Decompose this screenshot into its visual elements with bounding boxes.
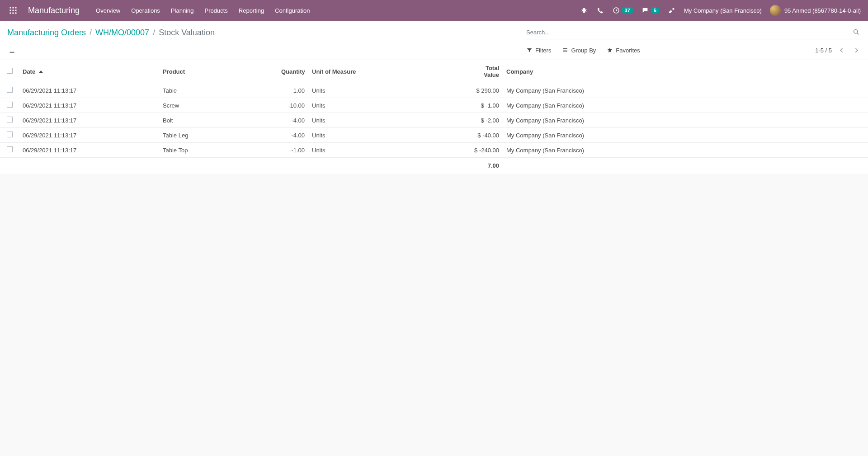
pager-text[interactable]: 1-5 / 5 (815, 47, 832, 54)
bug-icon[interactable] (580, 6, 588, 14)
row-checkbox[interactable] (7, 132, 13, 137)
row-checkbox[interactable] (7, 146, 13, 152)
cell-product: Screw (159, 98, 278, 113)
nav-item-reporting[interactable]: Reporting (239, 7, 264, 14)
nav-item-overview[interactable]: Overview (96, 7, 120, 14)
table-row[interactable]: 06/29/2021 11:13:17Bolt-4.00Units$ -2.00… (0, 113, 868, 128)
select-all-checkbox[interactable] (7, 68, 13, 74)
control-panel: Manufacturing Orders / WH/MO/00007 / Sto… (0, 21, 868, 60)
avatar (770, 5, 781, 16)
cell-date: 06/29/2021 11:13:17 (19, 143, 159, 158)
cell-uom: Units (308, 143, 467, 158)
col-header-quantity[interactable]: Quantity (278, 60, 308, 83)
filters-label: Filters (535, 47, 551, 54)
svg-rect-2 (15, 7, 17, 9)
cell-quantity: -4.00 (278, 128, 308, 143)
cell-total: $ 290.00 (467, 83, 503, 98)
cell-company: My Company (San Francisco) (503, 143, 868, 158)
groupby-button[interactable]: Group By (562, 47, 596, 54)
cell-total: $ -2.00 (467, 113, 503, 128)
cell-uom: Units (308, 113, 467, 128)
col-header-uom[interactable]: Unit of Measure (308, 60, 467, 83)
cell-uom: Units (308, 83, 467, 98)
nav-item-operations[interactable]: Operations (131, 7, 160, 14)
nav-menu: Overview Operations Planning Products Re… (96, 7, 310, 14)
svg-line-11 (857, 33, 859, 34)
top-nav: Manufacturing Overview Operations Planni… (0, 0, 868, 21)
nav-item-planning[interactable]: Planning (171, 7, 194, 14)
pager: 1-5 / 5 (815, 46, 861, 55)
cell-date: 06/29/2021 11:13:17 (19, 83, 159, 98)
stock-valuation-table: Date Product Quantity Unit of Measure To… (0, 60, 868, 174)
cell-quantity: -4.00 (278, 113, 308, 128)
cell-product: Table Top (159, 143, 278, 158)
user-menu[interactable]: 95 Anmed (8567780-14-0-all) (770, 5, 861, 16)
user-name: 95 Anmed (8567780-14-0-all) (784, 7, 861, 14)
cell-quantity: -1.00 (278, 143, 308, 158)
search-input[interactable] (526, 27, 853, 38)
cell-product: Table (159, 83, 278, 98)
nav-item-configuration[interactable]: Configuration (275, 7, 310, 14)
cell-company: My Company (San Francisco) (503, 98, 868, 113)
svg-rect-4 (13, 10, 14, 11)
messages-badge: 5 (651, 7, 660, 14)
cell-company: My Company (San Francisco) (503, 83, 868, 98)
svg-rect-7 (13, 13, 14, 14)
apps-icon[interactable] (7, 5, 19, 16)
table-row[interactable]: 06/29/2021 11:13:17Table Top-1.00Units$ … (0, 143, 868, 158)
phone-icon[interactable] (596, 6, 604, 14)
svg-marker-15 (39, 70, 43, 72)
breadcrumb-current: Stock Valuation (159, 28, 215, 38)
breadcrumb-sep: / (90, 28, 92, 38)
cell-total: $ -40.00 (467, 128, 503, 143)
cell-date: 06/29/2021 11:13:17 (19, 128, 159, 143)
svg-rect-6 (10, 13, 11, 14)
cell-total: $ -240.00 (467, 143, 503, 158)
col-header-company[interactable]: Company (503, 60, 868, 83)
svg-rect-5 (15, 10, 17, 11)
breadcrumb-root[interactable]: Manufacturing Orders (7, 28, 86, 38)
cell-quantity: -10.00 (278, 98, 308, 113)
messages-button[interactable]: 5 (642, 7, 660, 14)
table-header-row: Date Product Quantity Unit of Measure To… (0, 60, 868, 83)
svg-rect-8 (15, 13, 17, 14)
cell-uom: Units (308, 128, 467, 143)
cell-date: 06/29/2021 11:13:17 (19, 113, 159, 128)
svg-rect-3 (10, 10, 11, 11)
svg-rect-0 (10, 7, 11, 9)
activities-badge: 37 (622, 7, 633, 14)
table-row[interactable]: 06/29/2021 11:13:17Screw-10.00Units$ -1.… (0, 98, 868, 113)
cell-company: My Company (San Francisco) (503, 128, 868, 143)
favorites-button[interactable]: Favorites (607, 47, 640, 54)
app-name[interactable]: Manufacturing (28, 6, 80, 15)
activities-button[interactable]: 37 (613, 7, 633, 14)
systray: 37 5 My Company (San Francisco) 95 Anmed… (580, 5, 861, 16)
export-icon[interactable] (7, 46, 16, 55)
table-row[interactable]: 06/29/2021 11:13:17Table Leg-4.00Units$ … (0, 128, 868, 143)
breadcrumb-parent[interactable]: WH/MO/00007 (95, 28, 149, 38)
svg-point-10 (854, 29, 858, 33)
footer-total: 7.00 (467, 158, 503, 174)
pager-next-icon[interactable] (852, 46, 861, 55)
row-checkbox[interactable] (7, 102, 13, 108)
breadcrumb: Manufacturing Orders / WH/MO/00007 / Sto… (7, 28, 215, 38)
cell-quantity: 1.00 (278, 83, 308, 98)
groupby-label: Group By (571, 47, 596, 54)
search-icon[interactable] (853, 28, 861, 37)
table-row[interactable]: 06/29/2021 11:13:17Table1.00Units$ 290.0… (0, 83, 868, 98)
company-switcher[interactable]: My Company (San Francisco) (684, 7, 762, 14)
col-header-product[interactable]: Product (159, 60, 278, 83)
filters-button[interactable]: Filters (526, 47, 551, 54)
tools-icon[interactable] (668, 6, 676, 14)
row-checkbox[interactable] (7, 87, 13, 93)
col-header-total[interactable]: Total Value (467, 60, 503, 83)
col-header-date[interactable]: Date (19, 60, 159, 83)
row-checkbox[interactable] (7, 117, 13, 122)
pager-prev-icon[interactable] (837, 46, 846, 55)
table-footer-row: 7.00 (0, 158, 868, 174)
favorites-label: Favorites (616, 47, 640, 54)
cell-company: My Company (San Francisco) (503, 113, 868, 128)
svg-rect-1 (13, 7, 14, 9)
nav-item-products[interactable]: Products (204, 7, 227, 14)
cell-product: Bolt (159, 113, 278, 128)
